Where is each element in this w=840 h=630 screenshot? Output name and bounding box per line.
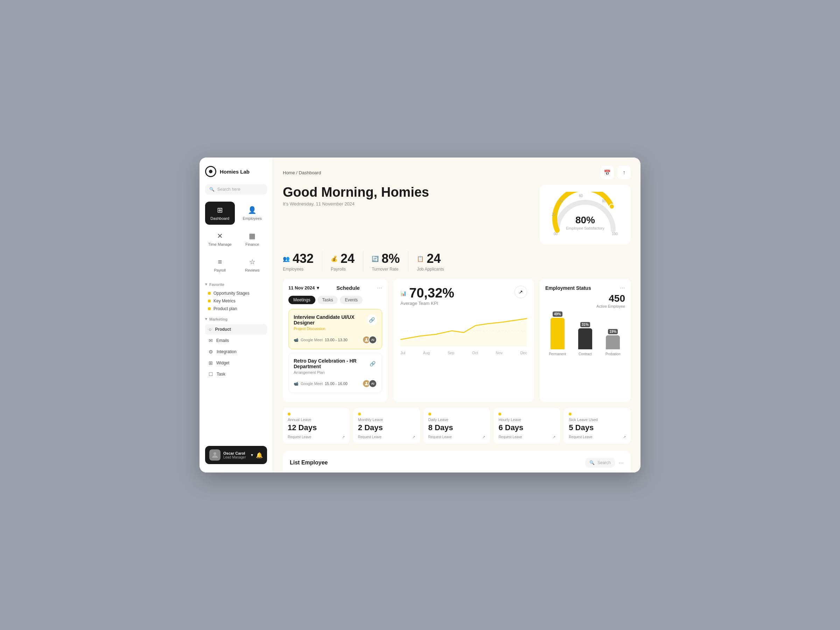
request-leave-daily[interactable]: Request Leave ↗	[428, 435, 485, 439]
request-leave-monthly[interactable]: Request Leave ↗	[358, 435, 415, 439]
kpi-expand-button[interactable]: ↗	[515, 286, 527, 298]
tab-events[interactable]: Events	[340, 296, 363, 304]
request-arrow-2: ↗	[412, 435, 415, 439]
nav-finance[interactable]: ▦ Finance	[238, 227, 267, 251]
chevron-down-icon-date: ▾	[317, 285, 319, 291]
marketing-product[interactable]: ○ Product	[205, 324, 267, 335]
emp-status-more-button[interactable]: ···	[620, 284, 625, 292]
marketing-header[interactable]: ▾ Marketing	[205, 317, 267, 321]
favorite-dot-3	[208, 307, 211, 310]
nav-grid: ⊞ Dashboard 👤 Employees ✕ Time Manage ▦ …	[205, 202, 267, 276]
kpi-icon: 📊	[400, 291, 406, 296]
nav-payroll-label: Payroll	[214, 268, 226, 272]
event-2-avatars: AI	[362, 379, 377, 388]
leave-hourly-days: 6 Days	[498, 423, 556, 432]
greeting-date: It's Wednesday, 11 November 2024	[283, 201, 429, 207]
emp-count-section: 450 Active Employee	[545, 293, 625, 308]
leave-dot-4	[498, 413, 501, 415]
bar-probation-pct: 19%	[608, 329, 618, 334]
task-icon: ☐	[208, 371, 213, 377]
emp-active-count: 450	[545, 293, 625, 304]
request-arrow-3: ↗	[482, 435, 485, 439]
schedule-more-button[interactable]: ···	[377, 284, 382, 292]
top-bar: Home / Dashboard 📅 ↑	[283, 166, 631, 179]
event-1-icon: 🔗	[367, 314, 377, 325]
chart-label-oct: Oct	[472, 351, 478, 355]
calendar-button[interactable]: 📅	[601, 166, 614, 179]
kpi-card: 📊 70,32% Average Team KPI ↗	[393, 279, 534, 402]
emp-status-title: Employment Status	[545, 285, 591, 291]
user-profile[interactable]: Oscar Carol Lead Manager ▾ 🔔	[205, 446, 267, 464]
notification-icon[interactable]: 🔔	[256, 452, 263, 458]
emp-status-header: Employment Status ···	[545, 284, 625, 292]
applicants-stat-icon: 📋	[417, 256, 424, 262]
bar-contract-fill: 31%	[578, 328, 592, 349]
request-leave-annual[interactable]: Request Leave ↗	[288, 435, 345, 439]
nav-payroll[interactable]: ≡ Payroll	[205, 253, 235, 276]
table-search[interactable]: 🔍 Search	[585, 458, 615, 467]
chart-label-sep: Sep	[448, 351, 455, 355]
sidebar-user-actions: ▾ 🔔	[251, 452, 263, 458]
kpi-line-chart	[400, 311, 527, 346]
favorites-header[interactable]: ▾ Favorite	[205, 282, 267, 287]
table-more-button[interactable]: ···	[619, 459, 624, 467]
share-button[interactable]: ↑	[617, 166, 631, 179]
chevron-down-icon-user[interactable]: ▾	[251, 453, 253, 458]
stat-applicants-label: Job Applicants	[417, 267, 444, 272]
tab-meetings[interactable]: Meetings	[288, 296, 315, 304]
bar-permanent-wrapper: 49%	[545, 318, 570, 349]
nav-dashboard[interactable]: ⊞ Dashboard	[205, 202, 235, 225]
event-2-meet: 📹 Google Meet 15.00 - 16.00	[294, 382, 347, 386]
breadcrumb-home[interactable]: Home	[283, 170, 295, 175]
leave-sick-days: 5 Days	[569, 423, 626, 432]
bar-permanent-pct: 49%	[553, 311, 562, 317]
favorites-section: ▾ Favorite Opportunity Stages Key Metric…	[205, 282, 267, 313]
tab-tasks[interactable]: Tasks	[317, 296, 338, 304]
leave-sick: Sick Leave Used 5 Days Request Leave ↗	[564, 408, 631, 444]
svg-text:60: 60	[579, 194, 583, 198]
stat-applicants-value: 📋 24	[417, 251, 444, 266]
bar-probation-label: Probation	[605, 352, 621, 356]
date-picker[interactable]: 11 Nov 2024 ▾	[288, 285, 319, 291]
product-icon: ○	[208, 327, 212, 332]
kpi-info: 📊 70,32% Average Team KPI	[400, 286, 454, 306]
leave-annual: Annual Leave 12 Days Request Leave ↗	[283, 408, 350, 444]
leave-daily: Daily Leave 8 Days Request Leave ↗	[423, 408, 490, 444]
chevron-down-icon: ▾	[205, 282, 207, 287]
leave-row: Annual Leave 12 Days Request Leave ↗ Mon…	[283, 408, 631, 444]
stats-row: 👥 432 Employees 💰 24 Payrolls 🔄 8% T	[283, 251, 631, 272]
bar-contract-label: Contract	[579, 352, 592, 356]
nav-employees[interactable]: 👤 Employees	[238, 202, 267, 225]
nav-reviews[interactable]: ☆ Reviews	[238, 253, 267, 276]
marketing-emails[interactable]: ✉ Emails	[205, 335, 267, 346]
schedule-header: 11 Nov 2024 ▾ Schedule ···	[288, 284, 382, 292]
stat-divider-3	[408, 251, 409, 272]
request-leave-sick[interactable]: Request Leave ↗	[569, 435, 626, 439]
favorite-key-metrics[interactable]: Key Metrics	[205, 297, 267, 305]
request-arrow-1: ↗	[342, 435, 345, 439]
stat-divider-2	[363, 251, 363, 272]
event-card-1: Interview Candidate UI/UX Designer Proje…	[288, 309, 382, 349]
svg-text:Employee Satisfactory: Employee Satisfactory	[566, 226, 605, 230]
search-icon: 🔍	[209, 187, 215, 192]
schedule-title: Schedule	[336, 285, 360, 291]
bar-contract-pct: 31%	[580, 322, 590, 327]
event-1-footer: 📹 Google Meet 13.00 - 13.30 AI	[294, 336, 377, 344]
marketing-integration[interactable]: ⚙ Integration	[205, 346, 267, 357]
avatar	[209, 449, 221, 461]
marketing-task[interactable]: ☐ Task	[205, 369, 267, 379]
nav-time-manage[interactable]: ✕ Time Manage	[205, 227, 235, 251]
search-bar[interactable]: 🔍 Search here	[205, 184, 267, 194]
favorite-opportunity[interactable]: Opportunity Stages	[205, 289, 267, 297]
favorite-product-plan[interactable]: Product plan	[205, 305, 267, 313]
emp-active-label: Active Employee	[545, 304, 625, 308]
leave-monthly-days: 2 Days	[358, 423, 415, 432]
marketing-widget[interactable]: ⊞ Widget	[205, 358, 267, 368]
greeting-text: Good Morning, Homies It's Wednesday, 11 …	[283, 185, 429, 207]
user-role: Lead Manager	[223, 455, 246, 459]
bar-probation-fill: 19%	[606, 335, 620, 349]
user-details: Oscar Carol Lead Manager	[223, 451, 246, 459]
request-leave-hourly[interactable]: Request Leave ↗	[498, 435, 556, 439]
svg-text:00: 00	[554, 232, 558, 236]
google-meet-icon: 📹	[294, 338, 298, 342]
